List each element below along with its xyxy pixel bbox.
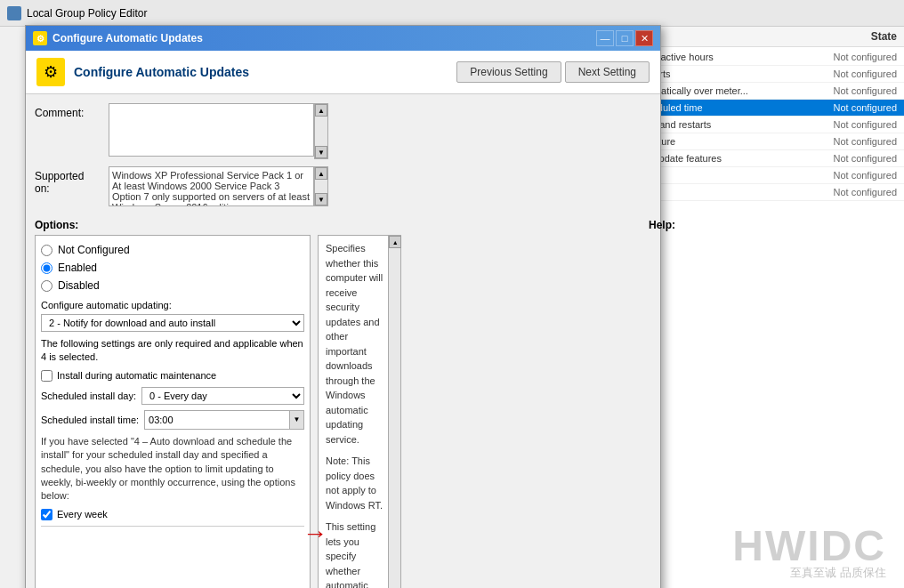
nav-buttons: Previous Setting Next Setting — [456, 61, 650, 83]
scheduled-day-row: Scheduled install day: 0 - Every day — [41, 387, 304, 405]
comment-scroll-up[interactable]: ▲ — [315, 104, 327, 117]
configure-auto-label: Configure automatic updating: — [41, 300, 304, 310]
help-paragraph: Note: This policy does not apply to Wind… — [326, 454, 383, 512]
radio-disabled: Disabled — [41, 277, 304, 294]
comment-scroll-track — [315, 117, 327, 146]
radio-disabled-input[interactable] — [41, 280, 52, 292]
help-label: Help: — [649, 219, 675, 231]
options-label: Options: — [35, 219, 78, 231]
close-button[interactable]: ✕ — [635, 30, 653, 46]
scheduled-time-value: 03:00 — [145, 413, 289, 427]
scheduled-time-arrow[interactable]: ▼ — [289, 411, 303, 429]
left-panel: Comment: ▲ ▼ Supported on: Windows XP Pr… — [35, 103, 328, 588]
radio-not-configured: Not Configured — [41, 241, 304, 259]
configure-updates-dialog: ⚙ Configure Automatic Updates — □ ✕ ⚙ Co… — [25, 25, 661, 588]
dialog-header-title: Configure Automatic Updates — [74, 65, 249, 79]
comment-section: Comment: ▲ ▼ — [35, 103, 328, 159]
watermark-sub: 至真至诚 品质保住 — [790, 565, 886, 581]
dialog-title-text: Configure Automatic Updates — [52, 32, 203, 44]
options-inner: Not Configured Enabled Disabled — [36, 236, 310, 588]
radio-disabled-label[interactable]: Disabled — [58, 279, 100, 292]
every-week-label[interactable]: Every week — [57, 509, 108, 520]
scheduled-day-label: Scheduled install day: — [41, 391, 136, 401]
supported-text: Windows XP Professional Service Pack 1 o… — [109, 166, 314, 206]
scheduled-time-label: Scheduled install time: — [41, 415, 139, 425]
watermark: HWIDC — [732, 521, 886, 570]
following-text: The following settings are only required… — [41, 337, 304, 365]
dialog-inner-header: ⚙ Configure Automatic Updates Previous S… — [26, 51, 660, 94]
bg-app-icon — [7, 6, 21, 20]
radio-enabled-label[interactable]: Enabled — [58, 262, 97, 274]
every-week-row: Every week — [41, 509, 304, 520]
supported-scroll-track — [315, 180, 327, 193]
info-text: If you have selected "4 – Auto download … — [41, 435, 304, 503]
options-help-row: Not Configured Enabled Disabled — [35, 235, 328, 588]
help-box: Specifies whether this computer will rec… — [318, 235, 401, 588]
comment-textarea[interactable] — [109, 103, 314, 157]
comment-label: Comment: — [35, 103, 101, 159]
radio-not-configured-input[interactable] — [41, 245, 52, 256]
scheduled-time-dropdown[interactable]: 03:00 ▼ — [144, 410, 304, 430]
help-paragraph: This setting lets you specify whether au… — [326, 520, 383, 588]
red-arrow: → — [303, 520, 327, 548]
help-scroll-thumb — [389, 248, 400, 588]
radio-enabled-input[interactable] — [41, 262, 52, 274]
supported-label: Supported on: — [35, 166, 101, 206]
sections-labels: Options: Help: — [35, 215, 328, 235]
scheduled-time-row: Scheduled install time: 03:00 ▼ — [41, 410, 304, 430]
every-week-checkbox[interactable] — [41, 509, 52, 520]
dialog-body: Comment: ▲ ▼ Supported on: Windows XP Pr… — [26, 94, 660, 588]
help-scroll-up[interactable]: ▲ — [389, 236, 401, 248]
next-setting-button[interactable]: Next Setting — [565, 61, 650, 83]
bg-title-text: Local Group Policy Editor — [27, 7, 147, 20]
help-paragraph: Specifies whether this computer will rec… — [326, 241, 383, 447]
divider — [41, 526, 304, 527]
supported-section: Supported on: Windows XP Professional Se… — [35, 166, 328, 206]
minimize-button[interactable]: — — [596, 30, 614, 46]
dialog-header-icon: ⚙ — [36, 58, 65, 86]
dialog-controls: — □ ✕ — [596, 30, 653, 46]
install-maintenance-checkbox[interactable] — [41, 370, 52, 382]
help-scrollbar: ▲ ▼ — [388, 236, 400, 588]
dialog-title-left: ⚙ Configure Automatic Updates — [33, 31, 203, 45]
supported-scroll-down[interactable]: ▼ — [315, 193, 327, 205]
options-box: Not Configured Enabled Disabled — [35, 235, 311, 588]
maximize-button[interactable]: □ — [616, 30, 634, 46]
dialog-title-icon: ⚙ — [33, 31, 47, 45]
install-maintenance-row: Install during automatic maintenance — [41, 370, 304, 382]
bg-title-bar: Local Group Policy Editor — [0, 0, 904, 27]
prev-setting-button[interactable]: Previous Setting — [456, 61, 561, 83]
scheduled-day-select[interactable]: 0 - Every day — [141, 387, 304, 405]
radio-group: Not Configured Enabled Disabled — [41, 241, 304, 294]
radio-enabled: Enabled — [41, 259, 304, 277]
supported-wrap: Windows XP Professional Service Pack 1 o… — [109, 166, 328, 206]
dialog-title-bar: ⚙ Configure Automatic Updates — □ ✕ — [26, 26, 660, 51]
comment-scroll-down[interactable]: ▼ — [315, 146, 327, 158]
configure-auto-select[interactable]: 2 - Notify for download and auto install — [41, 314, 304, 332]
supported-scroll-up[interactable]: ▲ — [315, 167, 327, 180]
radio-not-configured-label[interactable]: Not Configured — [58, 244, 130, 256]
supported-scrollbar: ▲ ▼ — [314, 166, 328, 206]
comment-scrollbar: ▲ ▼ — [314, 103, 328, 159]
install-maintenance-label[interactable]: Install during automatic maintenance — [57, 370, 216, 381]
comment-box-wrap: ▲ ▼ — [109, 103, 328, 159]
